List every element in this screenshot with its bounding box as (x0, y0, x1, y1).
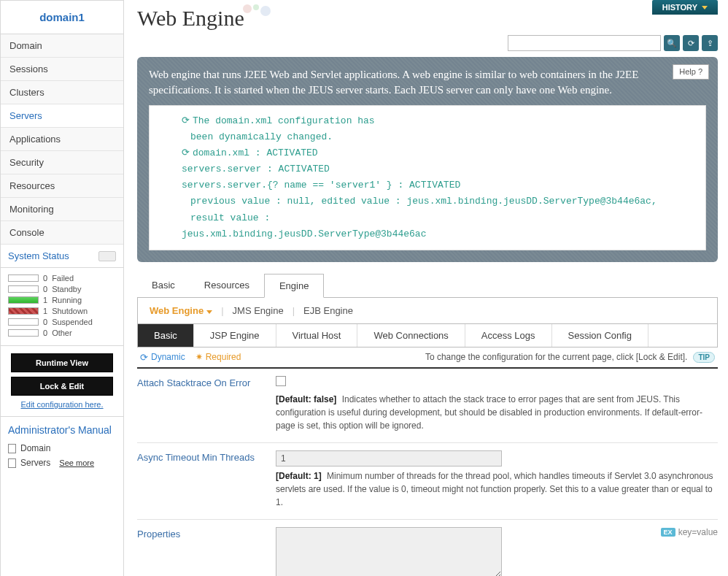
status-bar-icon (8, 296, 39, 304)
default-label: [Default: 1] (276, 471, 322, 481)
domain-title[interactable]: domain1 (1, 1, 123, 34)
legend-left: Dynamic Required (140, 352, 241, 363)
nav-item-monitoring[interactable]: Monitoring (1, 198, 123, 221)
subtab-web-engine[interactable]: Web Engine (150, 305, 212, 316)
log-line: servers.server.{? name == 'server1' } : … (160, 177, 695, 193)
status-bar-icon (8, 329, 39, 337)
tab-basic[interactable]: Basic (137, 274, 190, 297)
subsubtab-jsp-engine[interactable]: JSP Engine (194, 324, 276, 347)
page-title: Web Engine (137, 6, 244, 31)
default-label: [Default: false] (276, 394, 336, 404)
document-icon (8, 458, 16, 468)
log-line: servers.server : ACTIVATED (160, 161, 695, 177)
checkbox[interactable] (276, 376, 286, 386)
status-label: Suspended (52, 318, 93, 326)
status-label: Shutdown (52, 307, 88, 315)
title-decoration (243, 3, 271, 15)
admin-manual-box: Administrator's Manual DomainServersSee … (1, 417, 123, 480)
export-icon[interactable]: ⇪ (702, 35, 718, 51)
system-status-label: System Status (8, 250, 69, 261)
status-label: Standby (52, 285, 81, 293)
tab-engine[interactable]: Engine (264, 274, 324, 298)
tab-resources[interactable]: Resources (190, 274, 264, 297)
dynamic-legend: Dynamic (140, 352, 185, 363)
subtab-ejb-engine[interactable]: EJB Engine (303, 305, 353, 316)
search-row: 🔍 ⟳ ⇪ (137, 35, 718, 51)
nav-item-console[interactable]: Console (1, 221, 123, 245)
history-button[interactable]: HISTORY (652, 0, 718, 15)
example-badge: EX (661, 528, 675, 537)
log-line: ⟳domain.xml : ACTIVATED (160, 145, 695, 161)
sidebar-buttons: Runtime View Lock & Edit Edit configurat… (1, 346, 123, 417)
nav-item-clusters[interactable]: Clusters (1, 81, 123, 104)
status-count: 1 (43, 296, 47, 304)
nav-item-resources[interactable]: Resources (1, 174, 123, 198)
status-label: Failed (52, 274, 74, 283)
field-label: Properties (137, 527, 276, 576)
status-bar-icon (8, 274, 39, 282)
legend-hint: To change the configuration for the curr… (425, 352, 688, 362)
field-body: [Default: 1] Minimum number of threads f… (276, 450, 718, 509)
manual-item-label: Servers (20, 458, 50, 468)
field-description: [Default: false] Indicates whether to at… (276, 393, 718, 432)
search-icon[interactable]: 🔍 (664, 35, 680, 51)
see-more-link[interactable]: See more (59, 458, 94, 467)
edit-configuration-link[interactable]: Edit configuration here. (8, 400, 116, 409)
text-input[interactable] (276, 450, 502, 466)
log-line: jeus.xml.binding.jeusDD.ServerType@3b44e… (160, 226, 695, 242)
manual-item-label: Domain (20, 443, 50, 453)
refresh-icon: ⟳ (182, 147, 190, 158)
nav-item-applications[interactable]: Applications (1, 128, 123, 151)
status-count: 0 (43, 274, 47, 283)
kv-hint: EX key=value (661, 527, 718, 537)
system-status-header: System Status (1, 245, 123, 268)
status-row: 0Other (8, 329, 116, 337)
log-line: previous value : null, edited value : je… (160, 193, 695, 226)
history-label: HISTORY (662, 3, 697, 12)
lock-edit-button[interactable]: Lock & Edit (11, 377, 113, 396)
status-bar-icon (8, 318, 39, 326)
main-nav: DomainSessionsClustersServersApplication… (1, 34, 123, 245)
status-row: 1Shutdown (8, 307, 116, 315)
tip-badge[interactable]: TIP (693, 352, 715, 363)
log-box: ⟳The domain.xml configuration hasbeen dy… (149, 105, 706, 250)
search-input[interactable] (508, 35, 661, 51)
status-row: 0Suspended (8, 318, 116, 326)
log-line: been dynamically changed. (160, 129, 695, 145)
refresh-icon[interactable]: ⟳ (683, 35, 699, 51)
subsubtab-access-logs[interactable]: Access Logs (465, 324, 552, 347)
status-row: 0Failed (8, 274, 116, 283)
nav-item-domain[interactable]: Domain (1, 34, 123, 58)
manual-item[interactable]: ServersSee more (8, 458, 116, 468)
manual-item[interactable]: Domain (8, 443, 116, 453)
status-count: 0 (43, 318, 47, 326)
nav-item-security[interactable]: Security (1, 151, 123, 174)
field-label: Async Timeout Min Threads (137, 450, 276, 509)
description-box: Web engine that runs J2EE Web and Servle… (137, 57, 718, 262)
textarea-input[interactable] (276, 527, 502, 576)
form-row: Attach Stacktrace On Error[Default: fals… (137, 369, 718, 442)
status-bar-icon (8, 307, 39, 315)
subsubtab-virtual-host[interactable]: Virtual Host (276, 324, 358, 347)
runtime-view-button[interactable]: Runtime View (11, 353, 113, 372)
status-count: 1 (43, 307, 47, 315)
form-row: PropertiesEX key=value Properties to app… (137, 519, 718, 576)
field-label: Attach Stacktrace On Error (137, 376, 276, 432)
form-rows: Attach Stacktrace On Error[Default: fals… (137, 369, 718, 576)
chevron-down-icon (206, 310, 212, 314)
tab-separator: | (221, 305, 223, 316)
legend-row: Dynamic Required To change the configura… (137, 347, 718, 369)
document-icon (8, 444, 16, 453)
tab-separator: | (293, 305, 295, 316)
nav-item-servers[interactable]: Servers (1, 104, 123, 128)
subsubtab-session-config[interactable]: Session Config (552, 324, 648, 347)
log-line: ⟳The domain.xml configuration has (160, 113, 695, 129)
tabs-level2: Web Engine|JMS Engine|EJB Engine (137, 298, 718, 324)
help-button[interactable]: Help ? (673, 64, 709, 80)
nav-item-sessions[interactable]: Sessions (1, 58, 123, 81)
status-expand-icon[interactable] (98, 251, 116, 261)
subsubtab-basic[interactable]: Basic (138, 324, 194, 347)
legend-right: To change the configuration for the curr… (425, 352, 715, 363)
subtab-jms-engine[interactable]: JMS Engine (233, 305, 284, 316)
subsubtab-web-connections[interactable]: Web Connections (357, 324, 465, 347)
